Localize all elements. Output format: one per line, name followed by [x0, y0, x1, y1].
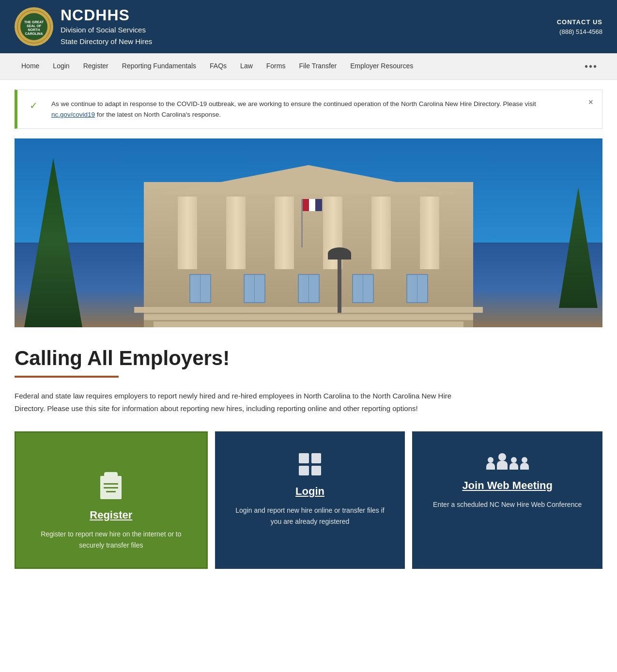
grid-cell-3 [299, 466, 309, 476]
header-contact: CONTACT US (888) 514-4568 [557, 18, 602, 35]
nav-law[interactable]: Law [233, 53, 260, 80]
webmeeting-card[interactable]: Join Web Meeting Enter a scheduled NC Ne… [412, 431, 602, 569]
register-card-title[interactable]: Register [90, 509, 132, 521]
column-5 [371, 197, 391, 269]
alert-close-button[interactable]: × [588, 97, 593, 107]
org-name: NCDHHS [61, 6, 152, 24]
webmeeting-card-title[interactable]: Join Web Meeting [462, 479, 553, 492]
clip-line-2 [104, 487, 118, 489]
nav-forms[interactable]: Forms [260, 53, 293, 80]
nav-reporting-fundamentals[interactable]: Reporting Fundamentals [115, 53, 203, 80]
alert-check-icon: ✓ [30, 100, 38, 111]
person-center [497, 453, 508, 470]
flag-pole [301, 199, 303, 247]
window-5 [406, 274, 428, 303]
building-pediment [158, 165, 459, 194]
header: THE GREAT SEAL OF NORTH CAROLINA NCDHHS … [0, 0, 617, 53]
person-body-far-right [520, 463, 529, 470]
person-head-left [488, 457, 494, 463]
person-far-right [520, 457, 529, 470]
column-1 [178, 197, 197, 269]
step-2 [144, 314, 473, 320]
hero-image [15, 138, 602, 327]
svg-text:CAROLINA: CAROLINA [25, 32, 43, 35]
main-nav: Home Login Register Reporting Fundamenta… [0, 53, 617, 80]
person-head-far-right [522, 457, 527, 463]
cards-row: Register Register to report new hire on … [15, 431, 602, 569]
person-left [486, 457, 495, 470]
window-3 [298, 274, 320, 303]
lamp-head [328, 247, 351, 260]
clip-line-3 [106, 491, 116, 492]
login-card[interactable]: Login Login and report new hire online o… [215, 431, 405, 569]
column-6 [420, 197, 439, 269]
grid-cell-1 [299, 453, 309, 463]
nav-login[interactable]: Login [46, 53, 76, 80]
clipboard-body [100, 476, 122, 499]
us-flag [303, 199, 322, 211]
windows-row [173, 274, 444, 303]
login-card-desc: Login and report new hire online or tran… [230, 505, 391, 527]
person-body-center [497, 461, 508, 470]
register-card[interactable]: Register Register to report new hire on … [15, 431, 208, 569]
nav-more-button[interactable]: ••• [580, 61, 602, 72]
login-card-title[interactable]: Login [295, 485, 324, 498]
nav-faqs[interactable]: FAQs [203, 53, 233, 80]
webmeeting-card-desc: Enter a scheduled NC New Hire Web Confer… [433, 499, 582, 510]
webmeeting-icon [486, 453, 529, 470]
svg-text:THE GREAT: THE GREAT [24, 20, 44, 24]
column-3 [275, 197, 294, 269]
login-icon [299, 453, 321, 475]
person-head-right [511, 457, 517, 463]
main-description: Federal and state law requires employers… [15, 390, 475, 414]
org-sub2: State Directory of New Hires [61, 36, 152, 47]
covid-link[interactable]: nc.gov/covid19 [51, 111, 95, 118]
heading-underline [15, 376, 119, 378]
person-body-right [509, 463, 518, 470]
grid-cell-2 [311, 453, 322, 463]
register-icon [100, 455, 122, 499]
nav-home[interactable]: Home [15, 53, 46, 80]
person-right [509, 457, 518, 470]
main-content: Calling All Employers! Federal and state… [0, 327, 617, 579]
window-1 [189, 274, 211, 303]
alert-banner: ✓ As we continue to adapt in response to… [15, 90, 602, 129]
nav-employer-resources[interactable]: Employer Resources [343, 53, 420, 80]
clip-line-1 [104, 483, 118, 485]
site-title: NCDHHS Division of Social Services State… [61, 6, 152, 47]
register-card-desc: Register to report new hire on the inter… [31, 529, 192, 550]
building-steps [134, 307, 483, 327]
person-head-center [498, 453, 506, 461]
nav-register[interactable]: Register [77, 53, 115, 80]
lamppost [338, 255, 341, 313]
alert-text: As we continue to adapt in response to t… [51, 99, 578, 120]
nav-file-transfer[interactable]: File Transfer [292, 53, 343, 80]
svg-text:NORTH: NORTH [28, 28, 40, 31]
phone-number: (888) 514-4568 [559, 28, 602, 35]
clipboard-top [104, 472, 118, 476]
logo: THE GREAT SEAL OF NORTH CAROLINA [15, 7, 53, 46]
step-1 [134, 307, 483, 313]
person-body-left [486, 463, 495, 470]
svg-text:SEAL OF: SEAL OF [27, 24, 42, 28]
window-4 [352, 274, 374, 303]
capitol-building [15, 138, 602, 327]
window-2 [244, 274, 265, 303]
step-3 [154, 321, 463, 327]
org-sub1: Division of Social Services [61, 24, 152, 36]
column-2 [226, 197, 246, 269]
grid-cell-4 [311, 466, 322, 476]
page-heading: Calling All Employers! [15, 347, 602, 370]
contact-us-link[interactable]: CONTACT US [557, 18, 602, 26]
